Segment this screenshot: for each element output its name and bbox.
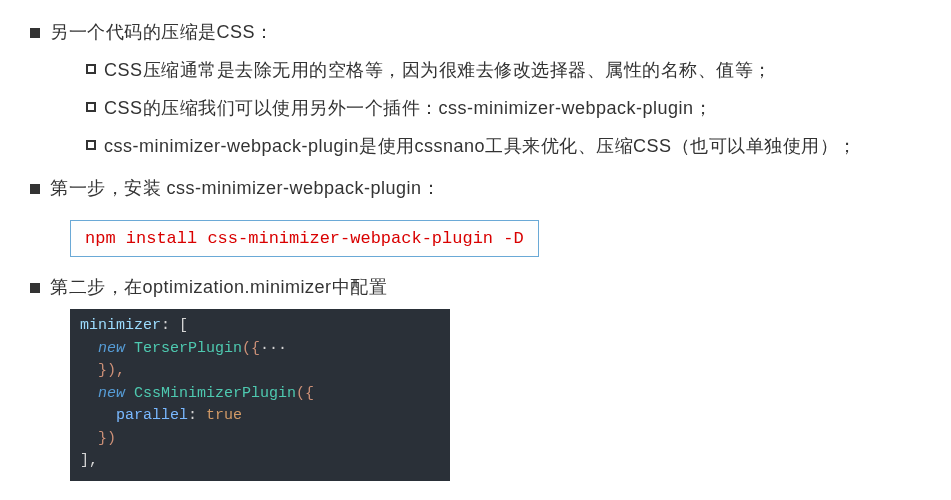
square-solid-icon [30,28,40,38]
code-token: ··· [260,340,287,357]
code-token: : [188,407,197,424]
list-item-l2: CSS的压缩我们可以使用另外一个插件：css-minimizer-webpack… [86,96,921,120]
code-token: parallel [116,407,188,424]
list-item-l1: 另一个代码的压缩是CSS： [30,20,921,44]
section2-title: 第一步，安装 css-minimizer-webpack-plugin： [50,176,440,200]
code-token: CssMinimizerPlugin [134,385,296,402]
list-item-l2: CSS压缩通常是去除无用的空格等，因为很难去修改选择器、属性的名称、值等； [86,58,921,82]
code-token: ], [80,452,98,469]
section1-sub3: css-minimizer-webpack-plugin是使用cssnano工具… [104,134,857,158]
command-box: npm install css-minimizer-webpack-plugin… [70,220,539,257]
square-hollow-icon [86,140,96,150]
code-token: : [ [161,317,188,334]
square-solid-icon [30,184,40,194]
square-solid-icon [30,283,40,293]
code-token: minimizer [80,317,161,334]
code-block: minimizer: [ new TerserPlugin({··· }), n… [70,309,450,481]
code-token: new [98,385,125,402]
section1-title: 另一个代码的压缩是CSS： [50,20,274,44]
code-token: true [206,407,242,424]
list-item-l1: 第二步，在optimization.minimizer中配置 [30,275,921,299]
code-token: new [98,340,125,357]
square-hollow-icon [86,64,96,74]
section1-sub2: CSS的压缩我们可以使用另外一个插件：css-minimizer-webpack… [104,96,712,120]
code-token: TerserPlugin [134,340,242,357]
code-token: ({ [296,385,314,402]
code-token: }) [98,430,116,447]
list-item-l1: 第一步，安装 css-minimizer-webpack-plugin： [30,176,921,200]
section3-title: 第二步，在optimization.minimizer中配置 [50,275,387,299]
code-token: }), [98,362,125,379]
section1-sub1: CSS压缩通常是去除无用的空格等，因为很难去修改选择器、属性的名称、值等； [104,58,772,82]
code-token: ({ [242,340,260,357]
list-item-l2: css-minimizer-webpack-plugin是使用cssnano工具… [86,134,921,158]
square-hollow-icon [86,102,96,112]
